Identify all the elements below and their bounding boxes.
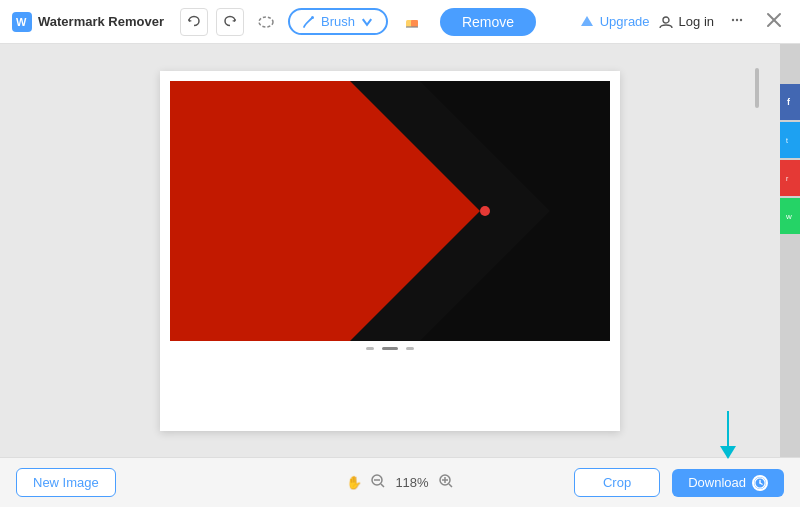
lasso-button[interactable] (252, 8, 280, 36)
clock-svg (754, 476, 766, 490)
upgrade-label: Upgrade (600, 14, 650, 29)
facebook-icon: f (785, 97, 795, 107)
pagination-dot-2 (382, 347, 398, 350)
new-image-button[interactable]: New Image (16, 468, 116, 497)
facebook-share-button[interactable]: f (780, 84, 800, 120)
pagination-dot-3 (406, 347, 414, 350)
download-button[interactable]: Download (672, 469, 784, 497)
image-display (170, 81, 610, 341)
undo-icon (187, 15, 201, 29)
svg-point-11 (740, 19, 742, 21)
eraser-button[interactable] (396, 6, 428, 38)
main-area: f t r w (0, 44, 800, 457)
zoom-out-svg (370, 473, 386, 489)
zoom-out-icon[interactable] (370, 473, 386, 492)
zoom-percent: 118% (394, 475, 430, 490)
zoom-in-icon[interactable] (438, 473, 454, 492)
redo-icon (223, 15, 237, 29)
whatsapp-share-button[interactable]: w (780, 198, 800, 234)
upgrade-button[interactable]: Upgrade (579, 14, 650, 30)
svg-point-10 (736, 19, 738, 21)
svg-text:r: r (786, 175, 789, 182)
hand-tool-icon[interactable]: ✋ (346, 475, 362, 490)
undo-button[interactable] (180, 8, 208, 36)
svg-text:t: t (786, 137, 788, 144)
svg-text:W: W (16, 16, 27, 28)
svg-rect-5 (411, 20, 418, 27)
pagination-dot-1 (366, 347, 374, 350)
svg-marker-7 (581, 16, 593, 26)
menu-icon (728, 11, 746, 29)
download-arrow-indicator (720, 411, 736, 459)
scrollbar-thumb[interactable] (755, 68, 759, 108)
bottombar: New Image ✋ 118% Crop (0, 457, 800, 507)
login-label: Log in (679, 14, 714, 29)
svg-point-2 (259, 17, 273, 27)
reddit-share-button[interactable]: r (780, 160, 800, 196)
scrollbar[interactable] (754, 44, 760, 457)
redo-button[interactable] (216, 8, 244, 36)
zoom-controls: ✋ 118% (346, 473, 454, 492)
right-panel: f t r w (780, 44, 800, 457)
twitter-icon: t (785, 135, 795, 145)
canvas-area[interactable] (0, 44, 780, 457)
svg-text:w: w (785, 212, 792, 221)
svg-point-9 (732, 19, 734, 21)
titlebar: W Watermark Remover Brush (0, 0, 800, 44)
app-title: Watermark Remover (38, 14, 164, 29)
arrow-head (720, 446, 736, 459)
logo-area: W Watermark Remover (12, 12, 164, 32)
svg-line-30 (760, 483, 762, 484)
watermark-dot (480, 206, 490, 216)
twitter-share-button[interactable]: t (780, 122, 800, 158)
brush-button[interactable]: Brush (288, 8, 388, 35)
svg-point-8 (663, 17, 669, 23)
close-icon (766, 12, 782, 28)
black-arrow-svg (170, 81, 610, 341)
svg-text:f: f (787, 97, 791, 107)
artwork (170, 81, 610, 341)
logo-icon: W (12, 12, 32, 32)
image-container (160, 71, 620, 431)
chevron-down-icon (360, 15, 374, 29)
brush-icon (302, 15, 316, 29)
login-button[interactable]: Log in (658, 14, 714, 30)
upgrade-icon (579, 14, 595, 30)
eraser-icon (403, 13, 421, 31)
whatsapp-icon: w (785, 211, 795, 221)
brush-label: Brush (321, 14, 355, 29)
close-button[interactable] (760, 8, 788, 35)
clock-icon (752, 475, 768, 491)
lasso-icon (257, 13, 275, 31)
zoom-in-svg (438, 473, 454, 489)
arrow-shaft (727, 411, 729, 446)
download-label: Download (688, 475, 746, 490)
remove-button[interactable]: Remove (440, 8, 536, 36)
svg-line-22 (381, 484, 384, 487)
user-icon (658, 14, 674, 30)
reddit-icon: r (785, 173, 795, 183)
crop-label: Crop (603, 475, 631, 490)
image-pagination (366, 347, 414, 350)
svg-line-25 (449, 484, 452, 487)
download-container: Download (672, 469, 784, 497)
svg-point-3 (311, 16, 314, 19)
new-image-label: New Image (33, 475, 99, 490)
remove-label: Remove (462, 14, 514, 30)
menu-button[interactable] (722, 7, 752, 36)
crop-button[interactable]: Crop (574, 468, 660, 497)
